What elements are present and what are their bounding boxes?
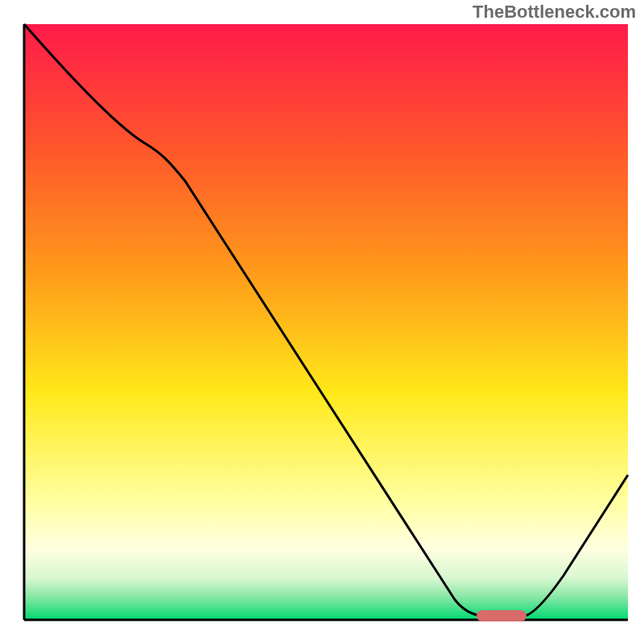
chart-container: TheBottleneck.com	[0, 0, 644, 644]
bottleneck-chart	[0, 0, 644, 644]
plot-background	[24, 24, 628, 620]
optimal-zone-marker	[477, 610, 526, 621]
attribution-label: TheBottleneck.com	[473, 2, 636, 23]
